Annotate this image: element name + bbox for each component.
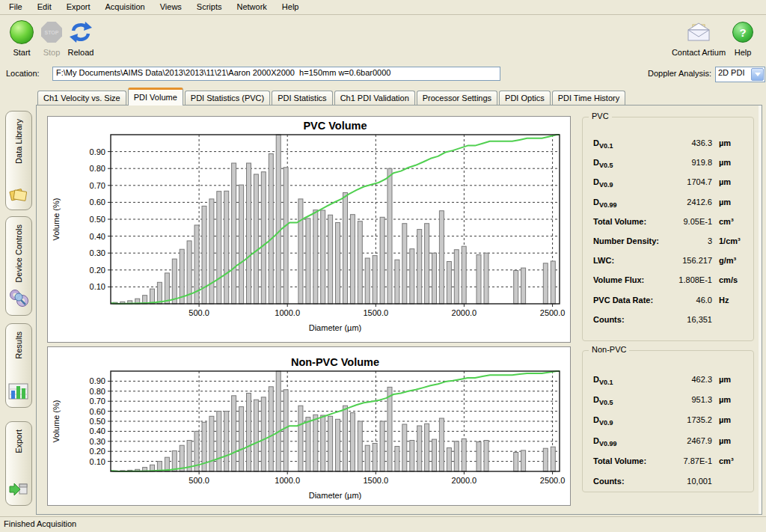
stat-row-counts: Counts: 16,351 xyxy=(593,315,746,326)
menu-item-scripts[interactable]: Scripts xyxy=(189,1,230,13)
tab-pdi-statistics[interactable]: PDI Statistics xyxy=(272,91,332,105)
envelope-icon xyxy=(664,18,733,46)
stop-icon: STOP xyxy=(41,22,62,43)
svg-text:0.80: 0.80 xyxy=(90,387,105,396)
bar-chart-icon xyxy=(8,382,29,402)
tab-pdi-time-history[interactable]: PDI Time History xyxy=(552,91,626,105)
svg-text:0.60: 0.60 xyxy=(90,198,105,207)
help-button[interactable]: ? Help xyxy=(727,18,759,57)
stat-row-total-volume: Total Volume: 9.05E-1 cm³ xyxy=(593,217,746,228)
svg-text:Diameter (µm): Diameter (µm) xyxy=(309,491,362,500)
folders-icon xyxy=(8,185,29,204)
svg-text:500.0: 500.0 xyxy=(189,476,209,485)
pvc-volume-chart: 0.100.200.300.400.500.600.700.800.90500.… xyxy=(47,116,571,343)
start-button[interactable]: Start xyxy=(6,18,37,57)
svg-text:0.80: 0.80 xyxy=(90,164,105,173)
svg-text:0.10: 0.10 xyxy=(90,457,105,466)
stat-row-pvc-data-rate: PVC Data Rate: 46.0 Hz xyxy=(593,296,746,307)
menu-item-help[interactable]: Help xyxy=(275,1,307,13)
pvc-panel-title: PVC xyxy=(589,111,612,120)
menu-item-file[interactable]: File xyxy=(1,1,30,13)
non-pvc-volume-chart: 0.100.200.300.400.500.600.700.800.90500.… xyxy=(47,346,571,506)
stat-row-dv01: DV0.1 462.3 µm xyxy=(593,375,746,386)
non-pvc-stats-panel: Non-PVC DV0.1 462.3 µm DV0.5 951.3 µm DV… xyxy=(582,350,754,492)
stop-button[interactable]: STOP Stop xyxy=(37,18,66,57)
menu-item-views[interactable]: Views xyxy=(153,1,189,13)
location-input[interactable]: F:\My Documents\AIMS Data\2013\2013\11\2… xyxy=(52,67,500,81)
svg-text:0.50: 0.50 xyxy=(90,417,105,426)
svg-text:0.50: 0.50 xyxy=(90,215,105,224)
help-icon: ? xyxy=(732,22,753,43)
tab-pdi-optics[interactable]: PDI Optics xyxy=(499,91,551,105)
stat-row-dv09: DV0.9 1735.2 µm xyxy=(593,415,746,426)
tab-pdi-volume[interactable]: PDI Volume xyxy=(128,88,183,106)
reload-icon xyxy=(64,18,97,46)
svg-text:1500.0: 1500.0 xyxy=(363,308,388,317)
svg-text:2000.0: 2000.0 xyxy=(452,476,477,485)
stat-row-volume-flux: Volume Flux: 1.808E-1 cm/s xyxy=(593,275,746,287)
sidebar-item-data-library[interactable]: Data Library xyxy=(5,111,32,210)
location-bar: Location: F:\My Documents\AIMS Data\2013… xyxy=(0,64,766,85)
reload-button-label: Reload xyxy=(64,48,97,57)
stat-row-number-density: Number Density: 3 1/cm³ xyxy=(593,236,746,248)
svg-text:0.90: 0.90 xyxy=(90,147,105,156)
svg-text:1000.0: 1000.0 xyxy=(275,308,300,317)
tab-ch1-pdi-validation[interactable]: Ch1 PDI Validation xyxy=(334,91,415,105)
svg-text:Volume (%): Volume (%) xyxy=(52,400,61,443)
sidebar-item-results[interactable]: Results xyxy=(5,323,32,408)
start-button-label: Start xyxy=(6,48,37,57)
sidebar-item-export[interactable]: Export xyxy=(5,421,32,506)
data-library-label: Data Library xyxy=(14,119,23,164)
export-label: Export xyxy=(14,429,23,453)
tab-processor-settings[interactable]: Processor Settings xyxy=(417,91,497,105)
results-label: Results xyxy=(14,331,23,359)
contact-artium-button[interactable]: Contact Artium xyxy=(664,18,733,57)
chevron-down-icon xyxy=(755,73,761,76)
svg-text:Volume (%): Volume (%) xyxy=(52,198,61,241)
svg-text:0.40: 0.40 xyxy=(90,232,105,241)
stat-row-dv099: DV0.99 2412.6 µm xyxy=(593,198,746,209)
svg-text:1500.0: 1500.0 xyxy=(363,476,388,485)
tab-pdi-statistics-pvc[interactable]: PDI Statistics (PVC) xyxy=(185,91,270,105)
doppler-analysis-label: Doppler Analysis: xyxy=(648,69,711,78)
device-controls-label: Device Controls xyxy=(14,224,23,283)
toolbar: Start STOP Stop Reload xyxy=(0,15,766,63)
stat-row-dv099: DV0.99 2467.9 µm xyxy=(593,436,746,447)
svg-text:0.20: 0.20 xyxy=(90,266,105,275)
status-bar: Finished Acquisition xyxy=(0,516,766,532)
doppler-analysis-dropdown[interactable]: 2D PDI xyxy=(715,67,765,82)
svg-text:2000.0: 2000.0 xyxy=(452,308,477,317)
svg-text:0.90: 0.90 xyxy=(90,376,105,385)
menu-item-export[interactable]: Export xyxy=(59,1,98,13)
svg-text:0.60: 0.60 xyxy=(90,407,105,416)
stat-row-counts: Counts: 10,001 xyxy=(593,477,746,488)
svg-text:0.70: 0.70 xyxy=(90,397,105,406)
svg-text:Non-PVC Volume: Non-PVC Volume xyxy=(291,356,379,368)
aims-application-window: File Edit Export Acquisition Views Scrip… xyxy=(0,0,766,532)
svg-text:0.30: 0.30 xyxy=(90,248,105,257)
gears-icon xyxy=(8,287,29,310)
pvc-stats-panel: PVC DV0.1 436.3 µm DV0.5 919.8 µm DV0.9 … xyxy=(582,117,754,341)
svg-text:PVC Volume: PVC Volume xyxy=(303,120,367,132)
sidebar-item-device-controls[interactable]: Device Controls xyxy=(5,216,32,316)
stat-row-lwc: LWC: 156.217 g/m³ xyxy=(593,256,746,267)
stat-row-dv01: DV0.1 436.3 µm xyxy=(593,138,746,150)
reload-button[interactable]: Reload xyxy=(64,18,97,57)
dropdown-arrow-button[interactable] xyxy=(751,68,764,81)
stat-row-dv09: DV0.9 1704.7 µm xyxy=(593,177,746,189)
svg-text:0.20: 0.20 xyxy=(90,447,105,456)
stat-row-dv05: DV0.5 919.8 µm xyxy=(593,158,746,169)
menu-item-edit[interactable]: Edit xyxy=(30,1,59,13)
stat-row-total-volume: Total Volume: 7.87E-1 cm³ xyxy=(593,456,746,468)
contact-artium-label: Contact Artium xyxy=(664,48,733,57)
tab-ch1-velocity-vs-size[interactable]: Ch1 Velocity vs. Size xyxy=(37,91,126,105)
svg-text:0.70: 0.70 xyxy=(90,181,105,190)
svg-text:0.10: 0.10 xyxy=(90,282,105,291)
menu-item-acquisition[interactable]: Acquisition xyxy=(98,1,153,13)
svg-text:0.30: 0.30 xyxy=(90,437,105,446)
svg-text:Diameter (µm): Diameter (µm) xyxy=(309,323,362,332)
stop-button-label: Stop xyxy=(37,48,66,57)
status-text: Finished Acquisition xyxy=(4,519,76,528)
svg-text:2500.0: 2500.0 xyxy=(540,476,566,485)
menu-item-network[interactable]: Network xyxy=(229,1,274,13)
